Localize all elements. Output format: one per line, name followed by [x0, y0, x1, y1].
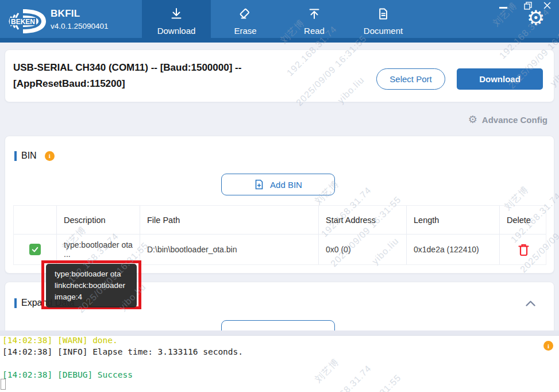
bin-table-header-row: Description File Path Start Address Leng…: [14, 206, 546, 235]
cell-start-address: 0x0 (0): [319, 235, 407, 264]
table-row: type:bootloader ota ... D:\bin\bootloade…: [14, 235, 546, 264]
bin-section-title: BIN: [21, 151, 37, 161]
row-checkbox[interactable]: [29, 244, 41, 255]
title-bar-accent-strip: [0, 38, 559, 43]
select-port-button[interactable]: Select Port: [376, 68, 445, 90]
tab-erase[interactable]: Erase: [211, 0, 280, 43]
col-delete: Delete: [500, 206, 547, 234]
add-bin-label: Add BIN: [270, 180, 302, 190]
log-line-blank: [2, 358, 243, 369]
log-info-icon[interactable]: i: [543, 341, 553, 351]
cell-length: 0x1de2a (122410): [407, 235, 500, 264]
gear-icon: ⚙: [468, 114, 477, 125]
collapse-chevron-icon[interactable]: [526, 298, 535, 309]
advance-config-label: Advance Config: [482, 115, 548, 125]
col-length: Length: [407, 206, 500, 234]
minimize-button[interactable]: [499, 7, 507, 9]
log-line-debug: [14:02:38] [DEBUG] Success: [2, 369, 243, 381]
app-version: v4.0.1.25090401: [51, 22, 109, 30]
tab-download-label: Download: [157, 26, 196, 36]
tooltip-line: type:bootloader ota: [55, 268, 137, 280]
download-button[interactable]: Download: [457, 68, 543, 90]
description-tooltip: type:bootloader ota linkcheck:bootloader…: [46, 264, 137, 308]
bin-section-card: BIN i Add BIN Description File Path Star…: [5, 136, 554, 274]
col-description: Description: [57, 206, 140, 234]
tooltip-line: image:4: [55, 291, 137, 303]
beken-logo: BEKEN: [6, 7, 48, 37]
log-panel[interactable]: [14:02:38] [WARN] done. [14:02:38] [INFO…: [0, 330, 559, 392]
bin-section-header: BIN i: [14, 151, 55, 161]
section-accent-bar: [14, 151, 17, 161]
eraser-icon: [238, 7, 252, 23]
main-nav: Download Erase Read: [142, 0, 418, 43]
cell-description: type:bootloader ota ...: [57, 235, 140, 264]
col-file-path: File Path: [140, 206, 319, 234]
tab-read[interactable]: Read: [280, 0, 349, 43]
cell-file-path: D:\bin\bootloader_ota.bin: [140, 235, 319, 264]
col-start-address: Start Address: [319, 206, 407, 234]
description-line2: ...: [64, 249, 71, 259]
tooltip-line: linkcheck:bootloader: [55, 280, 137, 291]
app-name: BKFIL: [51, 8, 109, 20]
title-bar: BEKEN BKFIL v4.0.1.25090401 Download Era…: [0, 0, 559, 43]
description-line1: type:bootloader ota: [64, 240, 133, 249]
file-plus-icon: [254, 179, 264, 190]
add-bin-button[interactable]: Add BIN: [221, 174, 335, 195]
bin-table: Description File Path Start Address Leng…: [13, 205, 546, 265]
logo-text: BEKEN: [11, 18, 35, 26]
upload-icon: [307, 7, 321, 23]
terminal-cursor: [1, 379, 6, 390]
log-lines: [14:02:38] [WARN] done. [14:02:38] [INFO…: [2, 335, 243, 381]
settings-gear-icon[interactable]: ⚙: [527, 6, 545, 29]
log-line-info: [14:02:38] [INFO] Elapse time: 3.133116 …: [2, 346, 243, 358]
tab-document-label: Document: [364, 26, 403, 36]
tab-erase-label: Erase: [234, 26, 256, 36]
connection-card: USB-SERIAL CH340 (COM11) -- [Baud:150000…: [5, 49, 554, 102]
download-icon: [169, 7, 183, 23]
section-accent-bar: [14, 298, 17, 308]
tab-read-label: Read: [304, 26, 325, 36]
tab-download[interactable]: Download: [142, 0, 211, 43]
log-line-warn: [14:02:38] [WARN] done.: [2, 335, 243, 346]
advance-config[interactable]: ⚙ Advance Config: [468, 114, 548, 125]
document-icon: [376, 7, 390, 23]
tab-document[interactable]: Document: [349, 0, 418, 43]
col-select: [14, 206, 57, 234]
port-info-title: USB-SERIAL CH340 (COM11) -- [Baud:150000…: [13, 60, 312, 92]
delete-trash-icon[interactable]: [518, 244, 529, 256]
info-icon[interactable]: i: [45, 151, 55, 161]
app-title: BKFIL v4.0.1.25090401: [51, 8, 109, 30]
